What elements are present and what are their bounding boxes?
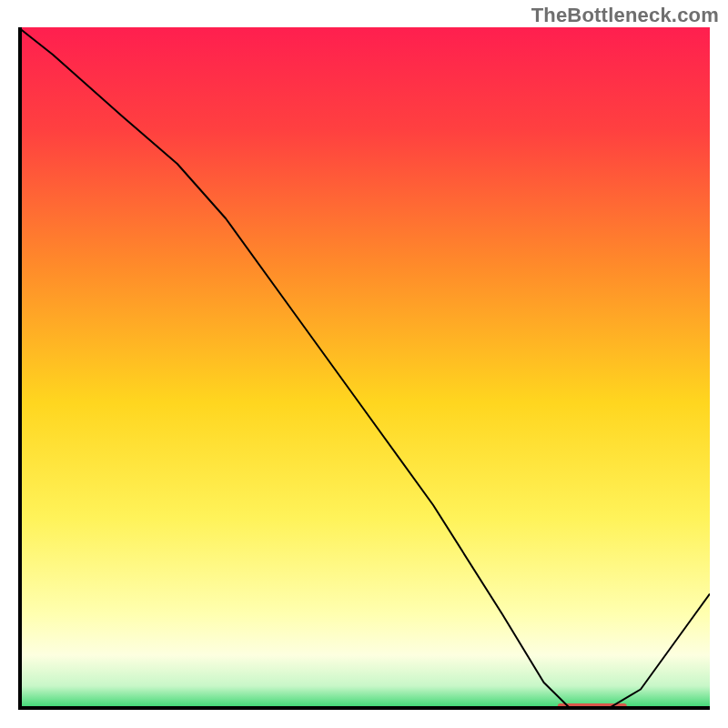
plot-area bbox=[18, 27, 710, 710]
gradient-background bbox=[18, 27, 710, 710]
chart-svg bbox=[18, 27, 710, 710]
attribution-text: TheBottleneck.com bbox=[531, 4, 719, 27]
chart-container: TheBottleneck.com bbox=[0, 0, 728, 728]
